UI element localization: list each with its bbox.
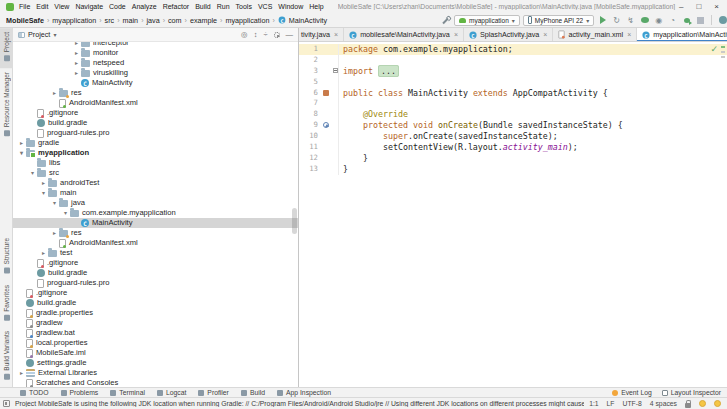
chevron-right-icon[interactable]: ▸ <box>72 58 81 68</box>
tree-item-gradlew[interactable]: gradlew <box>13 318 298 328</box>
menu-analyze[interactable]: Analyze <box>132 3 157 10</box>
close-button[interactable]: × <box>714 0 719 13</box>
tree-item-gradle-properties[interactable]: gradle.properties <box>13 308 298 318</box>
code-line-12[interactable]: 12 } <box>299 153 727 164</box>
editor-tab-mobilesafe-mainactivity-java[interactable]: mobilesafe\MainActivity.java× <box>344 28 464 42</box>
code-line-10[interactable]: 10 super.onCreate(savedInstanceState); <box>299 131 727 142</box>
attach-debugger-button[interactable] <box>681 15 692 26</box>
toolwindow-button-problems[interactable]: Problems <box>61 389 99 396</box>
stripe-label-favorites[interactable]: Favorites <box>0 281 13 328</box>
maximize-button[interactable]: □ <box>696 0 701 13</box>
tree-item-build-gradle[interactable]: build.gradle <box>13 298 298 308</box>
breadcrumb-item[interactable]: MobileSafe <box>6 16 44 25</box>
tree-item-settings-gradle[interactable]: settings.gradle <box>13 358 298 368</box>
run-button[interactable] <box>597 15 608 26</box>
editor-tab-splashactivity-java[interactable]: SplashActivity.java× <box>464 28 553 42</box>
tree-item-proguard-rules-pro[interactable]: proguard-rules.pro <box>13 278 298 288</box>
stripe-label-project[interactable]: Project <box>0 28 13 68</box>
stripe-label-build-variants[interactable]: Build Variants <box>0 327 13 387</box>
menu-view[interactable]: View <box>54 3 69 10</box>
code-line-7[interactable]: 7 <box>299 98 727 109</box>
menu-refactor[interactable]: Refactor <box>163 3 189 10</box>
toolwindow-button-layout-inspector[interactable]: Layout Inspector <box>662 389 721 396</box>
lock-icon[interactable] <box>685 403 691 408</box>
tree-item--gitignore[interactable]: .gitignore <box>13 108 298 118</box>
chevron-down-icon[interactable]: ▾ <box>28 168 37 178</box>
chevron-right-icon[interactable]: ▸ <box>39 248 48 258</box>
tree-item-res[interactable]: ▸res <box>13 228 298 238</box>
override-gutter-icon[interactable] <box>323 122 329 128</box>
code-line-13[interactable]: 13} <box>299 164 727 175</box>
feedback-smiley-icon[interactable] <box>714 400 721 407</box>
tree-item-com-example-myapplication[interactable]: ▾com.example.myapplication <box>13 208 298 218</box>
status-message[interactable]: Project MobileSafe is using the followin… <box>15 400 584 407</box>
menu-help[interactable]: Help <box>309 3 323 10</box>
line-number[interactable]: 6 <box>299 88 321 99</box>
tree-item-res[interactable]: ▸res <box>13 88 298 98</box>
chevron-right-icon[interactable]: ▸ <box>17 138 26 148</box>
chevron-down-icon[interactable]: ▾ <box>53 31 56 38</box>
toolwindow-button-todo[interactable]: TODO <box>20 389 49 396</box>
breadcrumb-item[interactable]: myapplication <box>52 16 96 25</box>
profiler-button[interactable]: ◔ <box>667 15 678 26</box>
breadcrumb-item[interactable]: example <box>190 16 217 25</box>
tree-item-build-gradle[interactable]: build.gradle <box>13 268 298 278</box>
toolwindow-button-build[interactable]: Build <box>241 389 265 396</box>
code-line-9[interactable]: 9 protected void onCreate(Bundle savedIn… <box>299 120 727 131</box>
tree-item-src[interactable]: ▾src <box>13 168 298 178</box>
wrench-icon[interactable] <box>442 16 451 25</box>
menu-file[interactable]: File <box>19 3 30 10</box>
menu-navigate[interactable]: Navigate <box>75 3 103 10</box>
debug-button[interactable] <box>639 15 650 26</box>
code-line-2[interactable]: 2 <box>299 55 727 66</box>
locate-file-icon[interactable]: ◎ <box>241 30 248 39</box>
tree-item-myapplication[interactable]: ▾myapplication <box>13 148 298 158</box>
breadcrumb-item[interactable]: com <box>168 16 182 25</box>
code-line-3[interactable]: 3import ... <box>299 66 727 77</box>
indent-widget[interactable]: 4 spaces <box>650 400 677 407</box>
encoding-widget[interactable]: UTF-8 <box>623 400 642 407</box>
apply-changes-button[interactable]: ↻ <box>611 15 622 26</box>
stop-button[interactable] <box>695 15 706 26</box>
run-configuration-select[interactable]: myapplication ▾ <box>454 15 520 26</box>
tab-close-icon[interactable]: × <box>543 31 547 38</box>
chevron-down-icon[interactable]: ▾ <box>39 188 48 198</box>
menu-run[interactable]: Run <box>217 3 230 10</box>
chevron-right-icon[interactable]: ▸ <box>50 88 59 98</box>
error-stripe-mark[interactable] <box>721 56 725 58</box>
toolwindow-button-event-log[interactable]: Event Log <box>612 389 652 396</box>
chevron-right-icon[interactable]: ▸ <box>50 228 59 238</box>
code-editor[interactable]: 1package com.example.myapplication;23imp… <box>299 42 727 387</box>
tree-item-gradle[interactable]: ▸gradle <box>13 138 298 148</box>
toolwindow-button-terminal[interactable]: Terminal <box>110 389 145 396</box>
line-number[interactable]: 7 <box>299 98 321 109</box>
breadcrumb-item[interactable]: src <box>105 16 115 25</box>
tree-item-libs[interactable]: libs <box>13 158 298 168</box>
tree-item-main[interactable]: ▾main <box>13 188 298 198</box>
tree-item-netspeed[interactable]: ▸netspeed <box>13 58 298 68</box>
tab-close-icon[interactable]: × <box>334 31 338 38</box>
stripe-label-resource-manager[interactable]: Resource Manager <box>0 68 13 143</box>
tree-scrollbar-thumb[interactable] <box>292 208 297 234</box>
tab-close-icon[interactable]: × <box>454 31 458 38</box>
code-line-5[interactable]: 5 <box>299 77 727 88</box>
feedback-smiley-icon[interactable] <box>699 400 706 407</box>
menu-vcs[interactable]: VCS <box>258 3 272 10</box>
breadcrumb-item[interactable]: MainActivity <box>289 16 327 25</box>
toolwindow-button-inspection[interactable]: App Inspection <box>277 389 331 396</box>
settings-gear-icon[interactable] <box>274 32 280 38</box>
line-separator-widget[interactable]: LF <box>607 400 615 407</box>
chevron-right-icon[interactable]: ▸ <box>72 68 81 78</box>
tree-item--gitignore[interactable]: .gitignore <box>13 258 298 268</box>
device-select[interactable]: MyPhone API 22 ▾ <box>523 15 594 26</box>
toolwindow-button-logcat[interactable]: Logcat <box>157 389 186 396</box>
menu-window[interactable]: Window <box>278 3 303 10</box>
line-number[interactable]: 11 <box>299 142 321 153</box>
expand-all-icon[interactable]: ↕ <box>254 30 258 39</box>
tree-item-androidtest[interactable]: ▸androidTest <box>13 178 298 188</box>
project-tree[interactable]: ▸interceptor▸monitor▸netspeed▸viruskilli… <box>13 42 298 387</box>
error-stripe-mark[interactable] <box>721 46 725 48</box>
tree-item-proguard-rules-pro[interactable]: proguard-rules.pro <box>13 128 298 138</box>
toolwindow-switcher-icon[interactable] <box>3 400 10 407</box>
code-line-1[interactable]: 1package com.example.myapplication; <box>299 44 727 55</box>
